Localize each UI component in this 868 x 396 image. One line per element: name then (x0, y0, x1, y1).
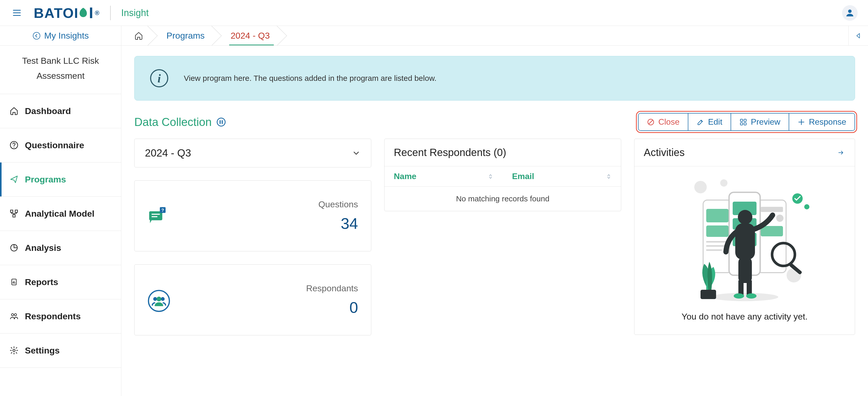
sidebar-item-settings[interactable]: Settings (0, 334, 121, 368)
breadcrumb: Programs 2024 - Q3 (121, 26, 848, 45)
breadcrumb-home[interactable] (121, 26, 153, 45)
activities-illustration (640, 174, 849, 309)
section-header-row: Data Collection Close Edit Preview (134, 113, 855, 131)
collapse-panel-button[interactable] (848, 26, 868, 45)
close-button[interactable]: Close (639, 113, 688, 130)
people-icon (9, 311, 19, 321)
recent-respondents-panel: Recent Respondents (0) Name Email (384, 139, 621, 211)
home-icon (134, 31, 143, 40)
preview-button-label: Preview (751, 117, 780, 127)
grid-icon (739, 118, 747, 126)
main: i View program here. The questions added… (121, 45, 868, 396)
questions-stat-card: ? Questions 34 (134, 180, 371, 252)
section-title-text: Data Collection (134, 116, 212, 129)
breadcrumb-programs[interactable]: Programs (153, 26, 218, 45)
respondents-col-name[interactable]: Name (384, 166, 503, 186)
topbar: BATOI I ® Insight (0, 0, 868, 26)
question-icon (9, 140, 19, 150)
activities-arrow-link[interactable] (836, 150, 845, 156)
svg-point-24 (161, 297, 165, 301)
triangle-left-icon (855, 32, 862, 39)
svg-point-48 (738, 210, 752, 225)
response-button-label: Response (809, 117, 846, 127)
chat-question-icon: ? (148, 205, 168, 226)
preview-button[interactable]: Preview (731, 113, 789, 130)
close-button-label: Close (658, 117, 680, 127)
questions-stat-value: 34 (168, 214, 358, 232)
svg-rect-32 (706, 209, 728, 222)
model-icon (9, 209, 19, 218)
sidebar-item-programs[interactable]: Programs (0, 163, 121, 197)
sidebar-item-label: Analysis (25, 243, 61, 253)
svg-rect-49 (738, 280, 744, 295)
svg-rect-37 (761, 207, 783, 212)
respondents-stat-value: 0 (168, 299, 358, 317)
svg-point-9 (11, 314, 14, 316)
user-icon (845, 8, 855, 18)
svg-rect-19 (152, 216, 157, 217)
column-middle: Recent Respondents (0) Name Email (384, 139, 621, 211)
sidebar-item-questionnaire[interactable]: Questionnaire (0, 128, 121, 163)
svg-point-1 (33, 32, 40, 39)
divider (110, 6, 111, 20)
my-insights-link[interactable]: My Insights (0, 26, 121, 45)
svg-point-10 (14, 314, 17, 316)
respondents-stat-card: Respondants 0 (134, 264, 371, 335)
edit-icon (696, 118, 704, 126)
respondents-table-head: Name Email (384, 166, 621, 187)
response-button[interactable]: Response (789, 113, 855, 130)
people-group-icon (148, 290, 168, 310)
send-icon (9, 175, 19, 184)
sidebar-item-respondents[interactable]: Respondents (0, 299, 121, 334)
breadcrumb-current[interactable]: 2024 - Q3 (218, 26, 283, 45)
activities-header: Activities (634, 139, 855, 166)
pause-button[interactable] (217, 118, 225, 127)
svg-point-0 (848, 9, 851, 13)
chevron-down-icon (352, 149, 361, 158)
svg-rect-33 (706, 226, 728, 237)
respondents-col-email[interactable]: Email (503, 166, 621, 186)
section-title: Data Collection (134, 116, 225, 129)
svg-rect-39 (761, 226, 783, 236)
svg-point-45 (711, 293, 778, 301)
report-icon (9, 277, 19, 287)
svg-point-51 (734, 293, 744, 299)
questions-stat-label: Questions (168, 199, 358, 209)
info-banner-text: View program here. The questions added i… (184, 74, 436, 83)
activities-title: Activities (644, 147, 685, 158)
block-icon (647, 118, 655, 126)
period-select[interactable]: 2024 - Q3 (134, 139, 371, 167)
svg-point-25 (157, 297, 161, 301)
respondents-stat-label: Respondants (168, 283, 358, 293)
breadcrumb-programs-label: Programs (166, 31, 205, 41)
svg-point-52 (746, 293, 756, 299)
svg-point-28 (720, 179, 727, 187)
product-name: Insight (121, 7, 149, 19)
pie-icon (9, 243, 19, 253)
info-banner: i View program here. The questions added… (134, 56, 855, 101)
brand-text: BATOI (34, 5, 79, 21)
plus-icon (798, 118, 805, 126)
sidebar-item-label: Questionnaire (25, 140, 84, 150)
sidebar-item-reports[interactable]: Reports (0, 265, 121, 299)
activities-body: You do not have any activity yet. (634, 166, 855, 335)
sidebar-item-analytical-model[interactable]: Analytical Model (0, 197, 121, 231)
sidebar-item-dashboard[interactable]: Dashboard (0, 94, 121, 128)
edit-button[interactable]: Edit (688, 113, 731, 130)
recent-respondents-title: Recent Respondents (0) (394, 147, 506, 158)
svg-rect-14 (744, 119, 746, 121)
svg-rect-40 (706, 241, 728, 242)
activities-empty-message: You do not have any activity yet. (640, 311, 849, 322)
sidebar-nav: Dashboard Questionnaire Programs Analyti… (0, 94, 121, 368)
menu-toggle-button[interactable] (13, 8, 23, 18)
user-avatar[interactable] (842, 5, 858, 21)
sidebar-item-label: Respondents (25, 311, 81, 321)
svg-point-11 (13, 349, 15, 352)
svg-rect-5 (15, 210, 18, 212)
sidebar-item-analysis[interactable]: Analysis (0, 231, 121, 265)
leaf-icon (77, 7, 89, 19)
info-icon: i (150, 69, 168, 87)
sort-icon (488, 173, 493, 180)
svg-point-44 (804, 204, 809, 209)
brand-logo[interactable]: BATOI I ® (34, 4, 100, 22)
